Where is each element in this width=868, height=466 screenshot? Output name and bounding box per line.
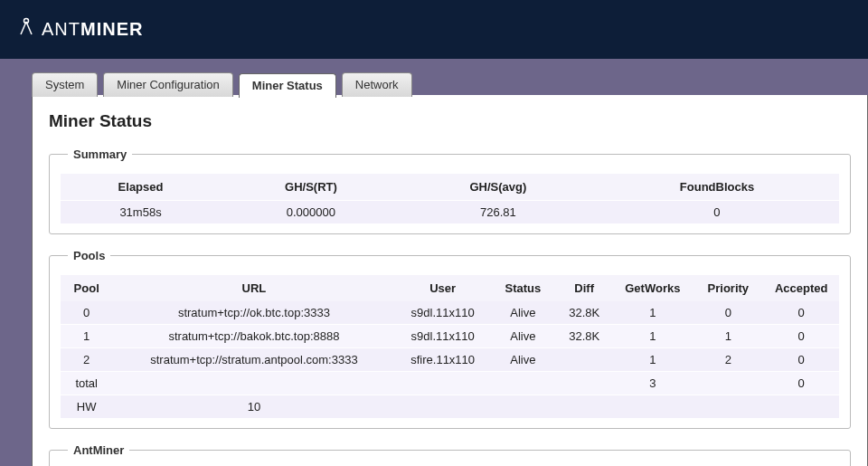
summary-cell: 726.81	[401, 201, 595, 224]
pool-cell	[395, 372, 489, 395]
pools-header-priority: Priority	[693, 275, 763, 301]
tab-network[interactable]: Network	[342, 72, 412, 97]
pool-cell: stratum+tcp://ok.btc.top:3333	[112, 301, 395, 325]
tab-bar: System Miner Configuration Miner Status …	[0, 59, 868, 95]
table-row: 1 stratum+tcp://bakok.btc.top:8888 s9dl.…	[61, 325, 839, 348]
pool-cell: 0	[763, 325, 839, 348]
tab-miner-status[interactable]: Miner Status	[239, 73, 336, 98]
pool-cell	[693, 372, 763, 395]
table-row: total 3 0	[61, 372, 839, 395]
svg-line-2	[26, 22, 32, 34]
pools-header-accepted: Accepted	[763, 275, 839, 301]
pool-cell	[763, 395, 839, 419]
pool-cell	[693, 395, 763, 419]
pool-cell: 0	[763, 301, 839, 325]
pool-cell: 1	[612, 348, 693, 372]
main-content: Miner Status Summary Elapsed GH/S(RT) GH…	[32, 95, 868, 466]
summary-table: Elapsed GH/S(RT) GH/S(avg) FoundBlocks 3…	[61, 174, 839, 224]
table-row: 2 stratum+tcp://stratum.antpool.com:3333…	[61, 348, 839, 372]
pool-cell: 32.8K	[556, 325, 613, 348]
summary-header-ghsrt: GH/S(RT)	[221, 174, 401, 201]
summary-cell: 0	[595, 201, 839, 224]
pools-table: Pool URL User Status Diff GetWorks Prior…	[61, 275, 839, 419]
summary-cell: 0.000000	[221, 201, 401, 224]
pool-cell: 0	[61, 301, 112, 325]
pool-cell: stratum+tcp://stratum.antpool.com:3333	[112, 348, 395, 372]
antminer-legend: AntMiner	[68, 443, 129, 457]
pool-cell: Alive	[490, 348, 556, 372]
svg-line-1	[21, 22, 26, 34]
pool-cell: 1	[612, 325, 693, 348]
summary-section: Summary Elapsed GH/S(RT) GH/S(avg) Found…	[49, 147, 851, 234]
tab-miner-configuration[interactable]: Miner Configuration	[103, 72, 232, 97]
pool-cell: 0	[763, 348, 839, 372]
pool-cell: 2	[693, 348, 763, 372]
pool-cell: 10	[112, 395, 395, 419]
pools-section: Pools Pool URL User Status Diff GetWorks…	[49, 249, 851, 429]
pool-cell: s9dl.11x110	[395, 301, 489, 325]
pool-cell: stratum+tcp://bakok.btc.top:8888	[112, 325, 395, 348]
tab-system[interactable]: System	[32, 72, 98, 97]
pool-cell: 1	[693, 325, 763, 348]
summary-header-elapsed: Elapsed	[61, 174, 221, 201]
summary-legend: Summary	[68, 147, 132, 161]
pools-header-diff: Diff	[556, 275, 613, 301]
page-title: Miner Status	[49, 111, 851, 131]
pool-cell: sfire.11x110	[395, 348, 489, 372]
brand-logo: ANTMINER	[18, 16, 143, 43]
pool-cell: 0	[763, 372, 839, 395]
pool-cell: 0	[693, 301, 763, 325]
pool-cell	[612, 395, 693, 419]
pool-cell	[395, 395, 489, 419]
pools-header-url: URL	[112, 275, 395, 301]
pool-cell: 1	[612, 301, 693, 325]
pool-cell: Alive	[490, 325, 556, 348]
app-header: ANTMINER	[0, 0, 868, 59]
pool-cell: 32.8K	[556, 301, 613, 325]
table-row: 0 stratum+tcp://ok.btc.top:3333 s9dl.11x…	[61, 301, 839, 325]
pool-cell	[490, 395, 556, 419]
pool-cell	[556, 372, 613, 395]
summary-header-foundblocks: FoundBlocks	[595, 174, 839, 201]
pool-cell: 1	[61, 325, 112, 348]
pools-header-getworks: GetWorks	[612, 275, 693, 301]
summary-cell: 31m58s	[61, 201, 221, 224]
pools-header-user: User	[395, 275, 489, 301]
pool-cell	[112, 372, 395, 395]
pool-cell: s9dl.11x110	[395, 325, 489, 348]
antminer-section: AntMiner	[49, 443, 851, 466]
pool-cell: Alive	[490, 301, 556, 325]
pool-cell	[556, 348, 613, 372]
summary-header-ghsavg: GH/S(avg)	[401, 174, 595, 201]
pool-cell: HW	[61, 395, 112, 419]
pool-cell	[490, 372, 556, 395]
pool-cell: total	[61, 372, 112, 395]
brand-text: ANTMINER	[42, 19, 143, 40]
pools-header-pool: Pool	[61, 275, 112, 301]
antenna-icon	[18, 14, 34, 42]
pools-legend: Pools	[68, 249, 110, 262]
pool-cell	[556, 395, 613, 419]
table-row: HW 10	[61, 395, 839, 419]
pool-cell: 2	[61, 348, 112, 372]
pools-header-status: Status	[490, 275, 556, 301]
pool-cell: 3	[612, 372, 693, 395]
